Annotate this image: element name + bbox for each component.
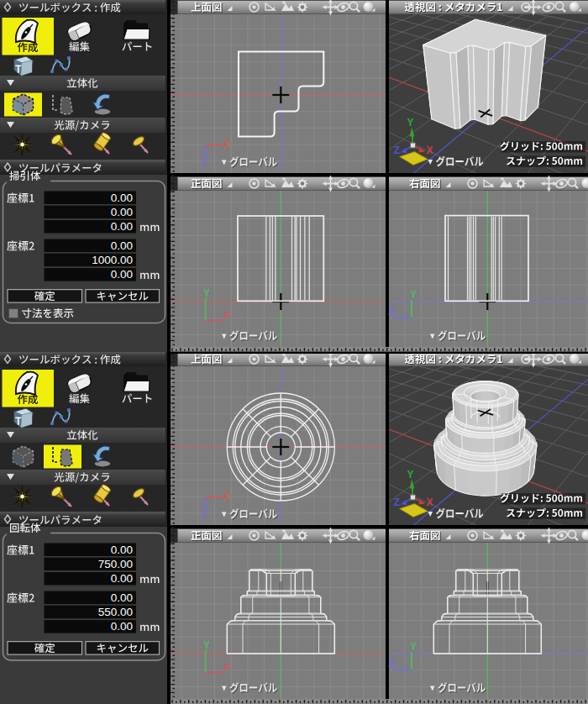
svg-text:X: X: [223, 491, 229, 502]
svg-text:0.00: 0.00: [111, 544, 133, 556]
svg-text:0.00: 0.00: [111, 268, 133, 281]
svg-text:750.00: 750.00: [98, 558, 133, 570]
svg-text:Z: Z: [201, 156, 207, 168]
svg-text:Z: Z: [394, 496, 400, 508]
svg-text:0.00: 0.00: [111, 572, 133, 585]
svg-text:0.00: 0.00: [111, 591, 133, 604]
svg-text:Y: Y: [203, 639, 210, 651]
svg-text:Y: Y: [407, 469, 413, 481]
svg-text:X: X: [426, 144, 433, 156]
svg-text:1000.00: 1000.00: [92, 254, 133, 266]
svg-text:550.00: 550.00: [98, 606, 133, 618]
svg-text:X: X: [426, 496, 433, 508]
svg-text:X: X: [223, 661, 230, 673]
svg-text:Y: Y: [410, 289, 417, 301]
svg-text:Y: Y: [203, 287, 210, 299]
svg-text:Y: Y: [407, 117, 413, 129]
svg-text:0.00: 0.00: [111, 220, 133, 233]
svg-text:0.00: 0.00: [111, 192, 133, 204]
svg-text:X: X: [223, 309, 230, 321]
svg-text:Z: Z: [388, 658, 394, 670]
svg-text:Y: Y: [410, 641, 417, 653]
svg-text:Z: Z: [394, 144, 400, 156]
svg-text:0.00: 0.00: [111, 620, 133, 633]
svg-text:Z: Z: [201, 508, 207, 520]
svg-text:0.00: 0.00: [111, 206, 133, 218]
svg-text:X: X: [223, 139, 229, 150]
svg-text:0.00: 0.00: [111, 239, 133, 252]
svg-text:Z: Z: [388, 306, 394, 318]
